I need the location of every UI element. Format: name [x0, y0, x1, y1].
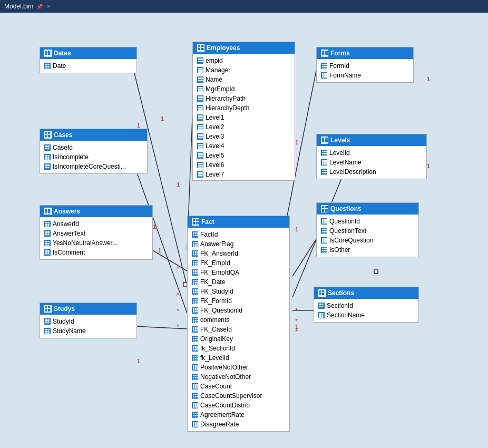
levels-table: Levels LevelId LevelName LevelDescriptio… [316, 134, 427, 179]
field-yesnoneutralanswer: YesNoNeutralAnswer... [40, 238, 152, 248]
field-fk-levelid: fk_LevelId [188, 353, 289, 363]
fi [192, 260, 198, 266]
fi [197, 171, 203, 178]
forms-header: Forms [317, 47, 413, 59]
sections-header: Sections [314, 287, 418, 299]
fi [44, 230, 51, 237]
sections-body: SectionId SectionName [314, 299, 418, 322]
answers-header: Answers [40, 206, 152, 217]
field-casecount: CaseCount [188, 382, 289, 391]
studys-header: Studys [40, 303, 136, 315]
fact-body[interactable]: FactId AnswerFlag FK_AnswerId FK_EmpId F… [188, 228, 289, 431]
forms-table: Forms FormId FormName [316, 47, 414, 83]
fi [192, 412, 198, 418]
dates-table: Dates Date [40, 47, 137, 73]
svg-text:1: 1 [153, 223, 156, 230]
field-level7: Level7 [193, 170, 295, 179]
field-sectionid: SectionId [314, 301, 418, 310]
sections-title: Sections [328, 289, 354, 297]
svg-text:1: 1 [137, 122, 140, 129]
svg-rect-30 [183, 283, 187, 286]
studys-title: Studys [54, 305, 75, 313]
field-level4: Level4 [193, 141, 295, 151]
svg-line-12 [292, 239, 316, 276]
fi [197, 76, 203, 83]
field-date: Date [40, 61, 136, 71]
employees-body[interactable]: empid Manager Name MgrEmpId HierarchyPat… [193, 54, 295, 180]
fi [192, 269, 198, 276]
field-factid: FactId [188, 230, 289, 239]
fi [321, 247, 327, 253]
cases-table-icon [44, 131, 52, 139]
fi [192, 298, 198, 304]
fi [192, 326, 198, 333]
fi [197, 86, 203, 92]
fi [321, 237, 327, 244]
svg-text:1: 1 [295, 226, 298, 232]
dates-header: Dates [40, 47, 136, 59]
fi [321, 218, 327, 225]
cases-title: Cases [54, 131, 72, 139]
svg-text:1: 1 [295, 139, 298, 145]
fi [192, 307, 198, 314]
svg-text:*: * [295, 328, 298, 336]
dates-table-icon [44, 50, 52, 57]
fi [197, 162, 203, 168]
field-fk-sectionid: fk_SectionId [188, 344, 289, 353]
field-fk-answerid: FK_AnswerId [188, 249, 289, 258]
field-questiontext: QuestionText [317, 226, 418, 236]
answers-table-icon [44, 208, 52, 215]
field-agreementrate: AgreementRate [188, 410, 289, 420]
field-casecountsupervisor: CaseCountSupervisor [188, 391, 289, 401]
fi [321, 150, 327, 156]
field-mgrempid: MgrEmpId [193, 84, 295, 94]
field-fk-empidqa: FK_EmpIdQA [188, 268, 289, 277]
employees-header: Employees [193, 42, 295, 54]
levels-title: Levels [330, 137, 350, 144]
svg-text:1: 1 [427, 163, 430, 169]
forms-body: FormId FormName [317, 59, 413, 82]
forms-title: Forms [330, 50, 350, 57]
svg-text:1: 1 [161, 115, 164, 122]
answers-body[interactable]: AnswerId AnswerText YesNoNeutralAnswer..… [40, 217, 152, 259]
dates-title: Dates [54, 50, 71, 57]
fi [192, 317, 198, 323]
field-level2: Level2 [193, 122, 295, 132]
questions-header: Questions [317, 203, 418, 215]
field-fk-empid: FK_EmpId [188, 258, 289, 268]
close-btn[interactable]: × [47, 3, 50, 9]
questions-body[interactable]: QuestionId QuestionText IsCoreQuestion I… [317, 215, 418, 257]
fi [44, 144, 51, 151]
studys-table: Studys StudyId StudyName [40, 303, 137, 338]
sections-table-icon [318, 289, 326, 297]
fi [192, 393, 198, 399]
field-studyid: StudyId [40, 317, 136, 326]
fi [192, 374, 198, 380]
field-levelid: LevelId [317, 148, 426, 158]
fi [321, 228, 327, 234]
questions-table-icon [321, 205, 328, 212]
fi [192, 336, 198, 342]
cases-header: Cases [40, 129, 147, 141]
field-answertext: AnswerText [40, 229, 152, 238]
field-negativenotother: NegativeNotOther [188, 372, 289, 382]
field-positivenotother: PositiveNotOther [188, 363, 289, 372]
field-name: Name [193, 75, 295, 84]
pin-icon: 📌 [36, 4, 43, 9]
fi [44, 240, 51, 246]
studys-body: StudyId StudyName [40, 315, 136, 338]
fi [192, 383, 198, 389]
svg-text:*: * [177, 265, 179, 272]
field-studyname: StudyName [40, 326, 136, 336]
field-formid: FormId [317, 61, 413, 71]
svg-text:*: * [177, 291, 179, 299]
forms-table-icon [321, 50, 328, 57]
fi [192, 402, 198, 408]
field-fk-date: FK_Date [188, 277, 289, 287]
field-isother: IsOther [317, 245, 418, 255]
field-level6: Level6 [193, 160, 295, 170]
field-formname: FormName [317, 71, 413, 80]
svg-text:*: * [295, 307, 298, 315]
fact-header: Fact [188, 216, 289, 228]
fi [197, 67, 203, 73]
